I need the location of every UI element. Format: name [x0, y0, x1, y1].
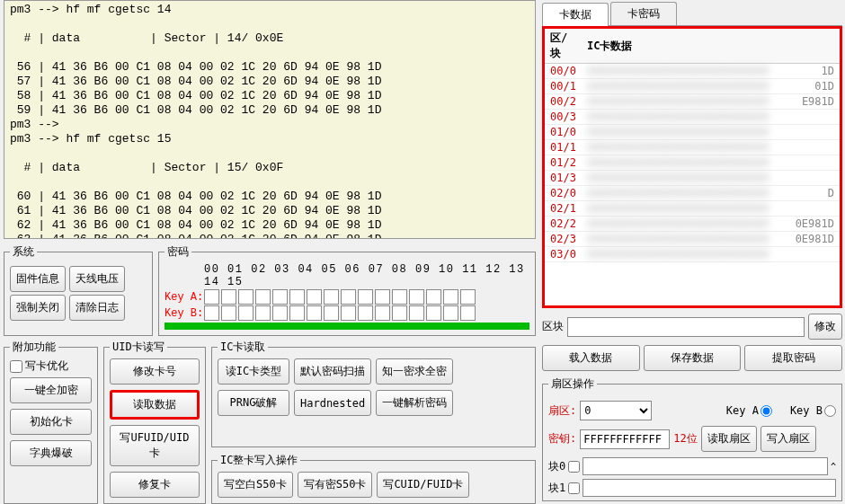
- key-a-checks: [204, 289, 477, 305]
- key-check-1[interactable]: [221, 305, 236, 321]
- force-close-button[interactable]: 强制关闭: [10, 295, 66, 321]
- add-func-legend: 附加功能: [10, 340, 58, 355]
- key-check-11[interactable]: [392, 305, 407, 321]
- read-data-button[interactable]: 读取数据: [110, 390, 200, 420]
- firmware-info-button[interactable]: 固件信息: [10, 266, 66, 292]
- key-b-label: Key B:: [165, 307, 204, 320]
- key-check-9[interactable]: [358, 289, 373, 305]
- clear-log-button[interactable]: 清除日志: [69, 295, 125, 321]
- hardnested-button[interactable]: Hardnested: [294, 390, 371, 416]
- cell-data: ############################: [582, 125, 840, 140]
- key-check-13[interactable]: [426, 305, 441, 321]
- one-key-parse-button[interactable]: 一键解析密码: [376, 390, 453, 416]
- key-check-15[interactable]: [460, 289, 476, 305]
- modify-card-id-button[interactable]: 修改卡号: [110, 358, 200, 385]
- table-row[interactable]: 02/3############################0E981D: [545, 232, 840, 247]
- key-check-6[interactable]: [307, 305, 322, 321]
- prng-crack-button[interactable]: PRNG破解: [218, 390, 289, 416]
- key-check-3[interactable]: [255, 305, 271, 321]
- cell-data: ############################: [582, 155, 840, 171]
- key-field-input[interactable]: [580, 429, 670, 449]
- save-data-button[interactable]: 保存数据: [644, 345, 742, 371]
- encrypt-all-button[interactable]: 一键全加密: [10, 377, 92, 403]
- key-check-2[interactable]: [238, 305, 254, 321]
- write-optimize-input[interactable]: [10, 360, 22, 373]
- cell-block: 00/0: [545, 64, 582, 79]
- default-pwd-scan-button[interactable]: 默认密码扫描: [294, 358, 371, 385]
- cell-block: 03/0: [545, 247, 582, 262]
- cell-block: 01/1: [545, 140, 582, 155]
- key-check-14[interactable]: [443, 305, 458, 321]
- card-data-table-wrap[interactable]: 区/块 IC卡数据 00/0##########################…: [542, 26, 842, 308]
- init-card-button[interactable]: 初始化卡: [10, 409, 92, 435]
- key-check-5[interactable]: [289, 305, 305, 321]
- ic-write-group: IC整卡写入操作 写空白S50卡 写有密S50卡 写CUID/FUID卡: [211, 453, 536, 504]
- key-check-15[interactable]: [460, 305, 476, 321]
- key-check-8[interactable]: [341, 305, 356, 321]
- key-check-4[interactable]: [272, 305, 288, 321]
- key-check-10[interactable]: [375, 289, 390, 305]
- table-row[interactable]: 01/1############################: [545, 140, 840, 155]
- table-row[interactable]: 01/0############################: [545, 125, 840, 140]
- dict-crack-button[interactable]: 字典爆破: [10, 440, 92, 466]
- key-check-3[interactable]: [255, 289, 271, 305]
- key-check-9[interactable]: [358, 305, 373, 321]
- write-optimize-checkbox[interactable]: 写卡优化: [10, 358, 92, 374]
- write-pwd-s50-button[interactable]: 写有密S50卡: [298, 472, 373, 498]
- table-row[interactable]: 00/1############################01D: [545, 79, 840, 94]
- key-check-6[interactable]: [307, 289, 322, 305]
- block0-input[interactable]: [583, 457, 828, 475]
- table-row[interactable]: 03/0############################: [545, 247, 840, 262]
- table-row[interactable]: 01/3############################: [545, 171, 840, 186]
- extract-pwd-button[interactable]: 提取密码: [744, 345, 842, 371]
- write-blank-s50-button[interactable]: 写空白S50卡: [218, 472, 293, 498]
- table-row[interactable]: 02/0############################D: [545, 186, 840, 201]
- key-a-radio[interactable]: Key A: [726, 404, 772, 417]
- key-check-13[interactable]: [426, 289, 441, 305]
- key-check-1[interactable]: [221, 289, 236, 305]
- key-check-0[interactable]: [204, 289, 219, 305]
- key-b-radio[interactable]: Key B: [790, 404, 836, 417]
- block1-input[interactable]: [583, 479, 836, 497]
- uid-rw-group: UID卡读写 修改卡号 读取数据 写UFUID/UID卡 修复卡: [103, 340, 206, 504]
- load-data-button[interactable]: 载入数据: [542, 345, 640, 371]
- read-sector-button[interactable]: 读取扇区: [701, 426, 757, 452]
- table-row[interactable]: 02/2############################0E981D: [545, 217, 840, 232]
- key-check-5[interactable]: [289, 289, 305, 305]
- table-row[interactable]: 01/2############################: [545, 155, 840, 171]
- key-check-2[interactable]: [238, 289, 254, 305]
- key-check-12[interactable]: [409, 289, 424, 305]
- ic-read-legend: IC卡读取: [218, 340, 268, 355]
- table-row[interactable]: 02/1############################: [545, 201, 840, 217]
- write-sector-button[interactable]: 写入扇区: [760, 426, 816, 452]
- know-one-pwd-button[interactable]: 知一密求全密: [376, 358, 453, 385]
- key-check-11[interactable]: [392, 289, 407, 305]
- table-row[interactable]: 00/0############################1D: [545, 64, 840, 79]
- table-row[interactable]: 00/3############################: [545, 110, 840, 125]
- key-check-0[interactable]: [204, 305, 219, 321]
- antenna-voltage-button[interactable]: 天线电压: [69, 266, 125, 292]
- key-check-12[interactable]: [409, 305, 424, 321]
- key-check-7[interactable]: [324, 305, 339, 321]
- modify-button[interactable]: 修改: [808, 314, 842, 340]
- table-row[interactable]: 00/2############################E981D: [545, 94, 840, 110]
- key-check-8[interactable]: [341, 289, 356, 305]
- repair-card-button[interactable]: 修复卡: [110, 472, 200, 498]
- read-ic-type-button[interactable]: 读IC卡类型: [218, 358, 289, 385]
- key-check-7[interactable]: [324, 289, 339, 305]
- key-check-10[interactable]: [375, 305, 390, 321]
- block-input[interactable]: [567, 317, 805, 337]
- tab-card-pwd[interactable]: 卡密码: [610, 2, 677, 25]
- cell-block: 02/1: [545, 201, 582, 217]
- block0-check[interactable]: [568, 461, 580, 473]
- key-check-14[interactable]: [443, 289, 458, 305]
- key-check-4[interactable]: [272, 289, 288, 305]
- write-ufuid-button[interactable]: 写UFUID/UID卡: [110, 425, 200, 466]
- tab-card-data[interactable]: 卡数据: [542, 3, 609, 26]
- write-cuid-fuid-button[interactable]: 写CUID/FUID卡: [377, 472, 469, 498]
- block1-check[interactable]: [568, 482, 580, 494]
- terminal-output[interactable]: pm3 --> hf mf cgetsc 14 # | data | Secto…: [4, 0, 536, 239]
- cell-data: ############################: [582, 140, 840, 155]
- cell-block: 02/2: [545, 217, 582, 232]
- sector-select[interactable]: 0: [580, 401, 652, 420]
